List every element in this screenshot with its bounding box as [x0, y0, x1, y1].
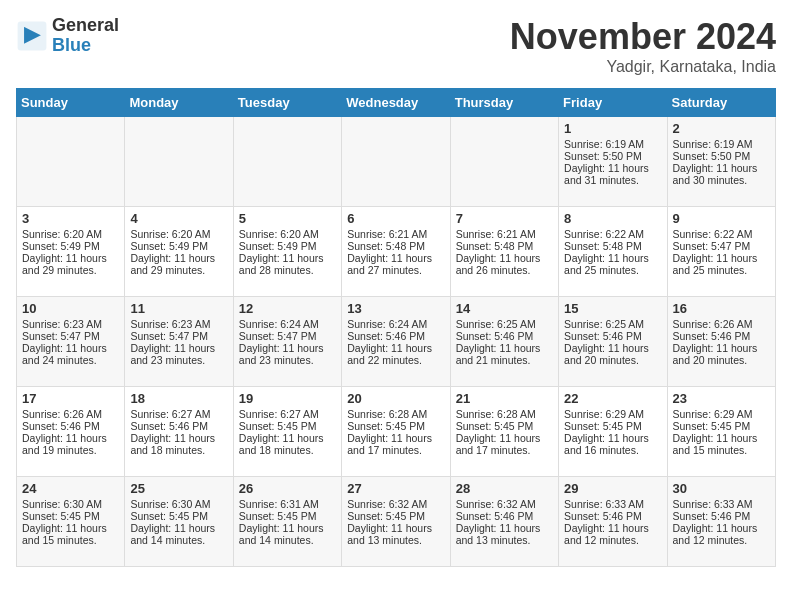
day-number: 21	[456, 391, 553, 406]
day-number: 29	[564, 481, 661, 496]
month-title: November 2024	[510, 16, 776, 58]
calendar-cell: 9Sunrise: 6:22 AMSunset: 5:47 PMDaylight…	[667, 207, 775, 297]
day-info: Sunrise: 6:31 AM	[239, 498, 336, 510]
day-info: Daylight: 11 hours and 31 minutes.	[564, 162, 661, 186]
day-info: Sunrise: 6:20 AM	[130, 228, 227, 240]
calendar-week-row: 10Sunrise: 6:23 AMSunset: 5:47 PMDayligh…	[17, 297, 776, 387]
day-info: Sunrise: 6:20 AM	[22, 228, 119, 240]
calendar-cell: 13Sunrise: 6:24 AMSunset: 5:46 PMDayligh…	[342, 297, 450, 387]
day-info: Sunrise: 6:19 AM	[673, 138, 770, 150]
calendar-header-row: SundayMondayTuesdayWednesdayThursdayFrid…	[17, 89, 776, 117]
calendar-cell: 24Sunrise: 6:30 AMSunset: 5:45 PMDayligh…	[17, 477, 125, 567]
day-info: Sunrise: 6:25 AM	[564, 318, 661, 330]
day-number: 24	[22, 481, 119, 496]
day-info: Sunset: 5:49 PM	[239, 240, 336, 252]
day-info: Daylight: 11 hours and 29 minutes.	[22, 252, 119, 276]
day-info: Daylight: 11 hours and 17 minutes.	[456, 432, 553, 456]
day-info: Daylight: 11 hours and 14 minutes.	[130, 522, 227, 546]
day-number: 2	[673, 121, 770, 136]
calendar-cell: 3Sunrise: 6:20 AMSunset: 5:49 PMDaylight…	[17, 207, 125, 297]
day-number: 30	[673, 481, 770, 496]
calendar-week-row: 3Sunrise: 6:20 AMSunset: 5:49 PMDaylight…	[17, 207, 776, 297]
calendar-cell	[233, 117, 341, 207]
day-info: Sunset: 5:46 PM	[456, 510, 553, 522]
day-info: Sunrise: 6:33 AM	[673, 498, 770, 510]
day-info: Sunrise: 6:23 AM	[22, 318, 119, 330]
calendar-cell: 26Sunrise: 6:31 AMSunset: 5:45 PMDayligh…	[233, 477, 341, 567]
day-info: Daylight: 11 hours and 19 minutes.	[22, 432, 119, 456]
location-label: Yadgir, Karnataka, India	[510, 58, 776, 76]
day-number: 9	[673, 211, 770, 226]
calendar-cell: 16Sunrise: 6:26 AMSunset: 5:46 PMDayligh…	[667, 297, 775, 387]
day-info: Daylight: 11 hours and 25 minutes.	[673, 252, 770, 276]
calendar-cell	[125, 117, 233, 207]
day-info: Daylight: 11 hours and 20 minutes.	[673, 342, 770, 366]
day-info: Daylight: 11 hours and 16 minutes.	[564, 432, 661, 456]
calendar-cell: 30Sunrise: 6:33 AMSunset: 5:46 PMDayligh…	[667, 477, 775, 567]
day-info: Daylight: 11 hours and 15 minutes.	[673, 432, 770, 456]
day-info: Sunrise: 6:24 AM	[239, 318, 336, 330]
calendar-cell: 1Sunrise: 6:19 AMSunset: 5:50 PMDaylight…	[559, 117, 667, 207]
day-info: Sunrise: 6:24 AM	[347, 318, 444, 330]
day-number: 4	[130, 211, 227, 226]
day-number: 12	[239, 301, 336, 316]
day-info: Sunset: 5:50 PM	[673, 150, 770, 162]
day-info: Sunset: 5:46 PM	[564, 330, 661, 342]
day-info: Daylight: 11 hours and 22 minutes.	[347, 342, 444, 366]
day-info: Sunset: 5:46 PM	[564, 510, 661, 522]
day-info: Sunrise: 6:22 AM	[673, 228, 770, 240]
calendar-cell: 2Sunrise: 6:19 AMSunset: 5:50 PMDaylight…	[667, 117, 775, 207]
day-info: Daylight: 11 hours and 27 minutes.	[347, 252, 444, 276]
day-info: Sunset: 5:45 PM	[239, 510, 336, 522]
day-number: 23	[673, 391, 770, 406]
day-info: Sunrise: 6:32 AM	[347, 498, 444, 510]
day-info: Sunrise: 6:28 AM	[347, 408, 444, 420]
day-number: 10	[22, 301, 119, 316]
day-info: Sunset: 5:45 PM	[564, 420, 661, 432]
day-info: Sunset: 5:47 PM	[22, 330, 119, 342]
col-header-sunday: Sunday	[17, 89, 125, 117]
calendar-cell: 11Sunrise: 6:23 AMSunset: 5:47 PMDayligh…	[125, 297, 233, 387]
calendar-cell	[17, 117, 125, 207]
logo-general-text: General	[52, 15, 119, 35]
col-header-wednesday: Wednesday	[342, 89, 450, 117]
day-number: 7	[456, 211, 553, 226]
day-info: Sunset: 5:48 PM	[347, 240, 444, 252]
day-number: 19	[239, 391, 336, 406]
day-info: Sunrise: 6:29 AM	[673, 408, 770, 420]
day-info: Sunrise: 6:22 AM	[564, 228, 661, 240]
day-info: Sunset: 5:50 PM	[564, 150, 661, 162]
day-info: Sunset: 5:45 PM	[22, 510, 119, 522]
logo: ▶ General Blue	[16, 16, 119, 56]
day-info: Daylight: 11 hours and 18 minutes.	[239, 432, 336, 456]
calendar-cell: 27Sunrise: 6:32 AMSunset: 5:45 PMDayligh…	[342, 477, 450, 567]
calendar-cell	[342, 117, 450, 207]
day-number: 13	[347, 301, 444, 316]
day-info: Sunset: 5:46 PM	[347, 330, 444, 342]
day-info: Sunset: 5:47 PM	[239, 330, 336, 342]
day-number: 20	[347, 391, 444, 406]
day-info: Daylight: 11 hours and 29 minutes.	[130, 252, 227, 276]
day-number: 15	[564, 301, 661, 316]
day-info: Sunrise: 6:21 AM	[347, 228, 444, 240]
day-info: Sunrise: 6:26 AM	[673, 318, 770, 330]
day-info: Sunset: 5:45 PM	[347, 510, 444, 522]
calendar-cell: 8Sunrise: 6:22 AMSunset: 5:48 PMDaylight…	[559, 207, 667, 297]
day-info: Sunrise: 6:28 AM	[456, 408, 553, 420]
calendar-cell: 5Sunrise: 6:20 AMSunset: 5:49 PMDaylight…	[233, 207, 341, 297]
title-block: November 2024 Yadgir, Karnataka, India	[510, 16, 776, 76]
day-info: Sunset: 5:46 PM	[130, 420, 227, 432]
calendar-cell: 18Sunrise: 6:27 AMSunset: 5:46 PMDayligh…	[125, 387, 233, 477]
day-info: Sunrise: 6:32 AM	[456, 498, 553, 510]
calendar-cell: 19Sunrise: 6:27 AMSunset: 5:45 PMDayligh…	[233, 387, 341, 477]
day-info: Daylight: 11 hours and 12 minutes.	[564, 522, 661, 546]
day-number: 5	[239, 211, 336, 226]
day-info: Sunrise: 6:27 AM	[130, 408, 227, 420]
day-info: Daylight: 11 hours and 21 minutes.	[456, 342, 553, 366]
day-number: 18	[130, 391, 227, 406]
day-info: Sunrise: 6:25 AM	[456, 318, 553, 330]
day-info: Sunset: 5:45 PM	[456, 420, 553, 432]
day-number: 22	[564, 391, 661, 406]
day-number: 25	[130, 481, 227, 496]
col-header-saturday: Saturday	[667, 89, 775, 117]
